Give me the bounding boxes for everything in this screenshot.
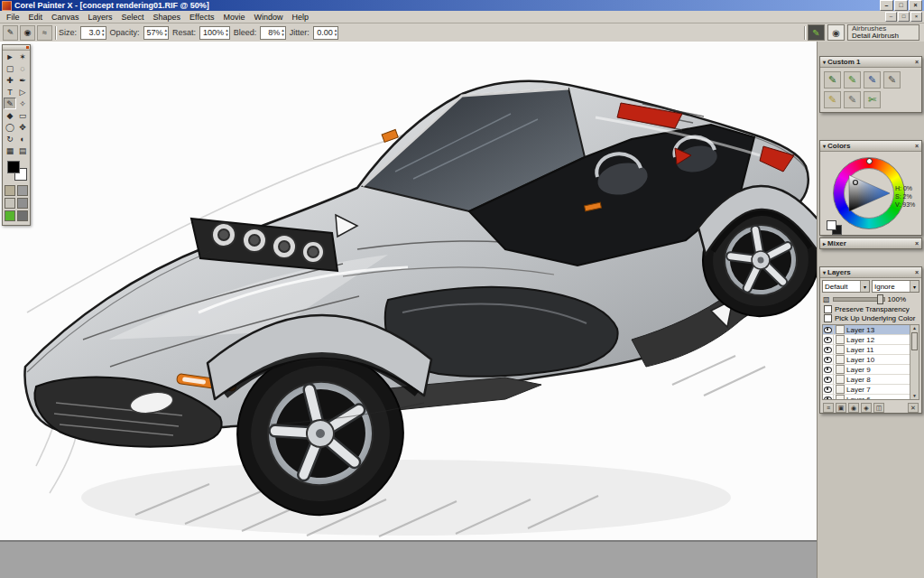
stroke-preview-icon[interactable]: ≈ xyxy=(37,25,52,41)
custom-brush-7[interactable]: ✄ xyxy=(864,91,881,108)
visibility-toggle[interactable] xyxy=(823,325,834,334)
layer-commands-icon[interactable]: ≡ xyxy=(823,403,834,413)
menu-movie[interactable]: Movie xyxy=(218,13,249,22)
layer-row[interactable]: Layer 12 xyxy=(823,335,919,345)
gradient-selector[interactable] xyxy=(17,185,28,196)
layer-row[interactable]: Layer 9 xyxy=(823,365,919,375)
custom-brush-1[interactable]: ✎ xyxy=(824,71,841,89)
eraser-tool[interactable]: ▭ xyxy=(16,109,29,121)
mirror-tool[interactable]: ◐ xyxy=(16,133,29,144)
main-color-swatch[interactable] xyxy=(7,161,20,173)
brush-tool[interactable]: ✎ xyxy=(4,98,16,109)
look-selector[interactable] xyxy=(17,210,28,221)
minimize-button[interactable]: – xyxy=(880,0,893,11)
layer-row[interactable]: Layer 10 xyxy=(823,355,919,365)
dropper-tool[interactable]: ✧ xyxy=(16,98,29,109)
visibility-toggle[interactable] xyxy=(823,395,834,400)
grabber-tool[interactable]: ✥ xyxy=(16,121,29,133)
scroll-up-icon[interactable]: ▲ xyxy=(912,325,917,331)
brush-dab-icon[interactable]: ◉ xyxy=(827,24,845,41)
custom-brush-3[interactable]: ✎ xyxy=(864,71,881,89)
spinner-arrows[interactable]: ▴▾ xyxy=(335,28,337,37)
rect-select-tool[interactable]: ▢ xyxy=(4,62,16,74)
doc-minimize-button[interactable]: – xyxy=(885,12,897,22)
layer-row[interactable]: Layer 13 xyxy=(823,325,919,335)
pen-tool[interactable]: ✒ xyxy=(16,74,29,86)
menu-file[interactable]: File xyxy=(2,13,24,22)
custom-brush-6[interactable]: ✎ xyxy=(844,91,861,108)
delete-layer-icon[interactable]: ✕ xyxy=(908,403,919,413)
shape-select-tool[interactable]: ▷ xyxy=(16,86,29,98)
spinner-arrows[interactable]: ▴▾ xyxy=(102,28,105,37)
composite-method-select[interactable]: Default ▾ xyxy=(822,280,870,293)
collapse-icon[interactable]: ▾ xyxy=(823,143,826,149)
close-icon[interactable]: × xyxy=(915,59,919,65)
magnifier-tool[interactable]: ◯ xyxy=(4,121,16,133)
hue-marker[interactable] xyxy=(866,158,873,164)
visibility-toggle[interactable] xyxy=(823,345,834,354)
scrollbar-thumb[interactable] xyxy=(911,332,918,350)
brush-selector[interactable]: Airbrushes Detail Airbrush xyxy=(847,24,919,41)
spinner-arrows[interactable]: ▴▾ xyxy=(165,28,168,37)
visibility-toggle[interactable] xyxy=(823,385,834,394)
jitter-input[interactable]: 0.00▴▾ xyxy=(313,26,339,40)
visibility-toggle[interactable] xyxy=(823,355,834,364)
dab-preview-icon[interactable]: ◉ xyxy=(20,25,35,41)
opacity-slider[interactable] xyxy=(833,297,885,302)
spin-down-icon[interactable]: ▾ xyxy=(282,33,284,37)
menu-shapes[interactable]: Shapes xyxy=(149,13,186,22)
doc-close-button[interactable]: × xyxy=(910,12,922,22)
menu-window[interactable]: Window xyxy=(249,13,287,22)
paint-bucket-tool[interactable]: ◆ xyxy=(4,109,16,121)
maximize-button[interactable]: □ xyxy=(894,0,908,11)
bleed-input[interactable]: 8%▴▾ xyxy=(260,26,286,40)
new-liquid-ink-layer-icon[interactable]: ◈ xyxy=(861,403,872,413)
opacity-slider-thumb[interactable] xyxy=(877,294,883,304)
visibility-toggle[interactable] xyxy=(823,335,834,344)
main-color-swatch[interactable] xyxy=(827,220,836,230)
spin-down-icon[interactable]: ▾ xyxy=(226,33,228,37)
spin-down-icon[interactable]: ▾ xyxy=(335,33,337,37)
crop-tool[interactable]: ✚ xyxy=(4,74,16,86)
perspective-grid-tool[interactable]: ▦ xyxy=(4,144,16,156)
lasso-tool[interactable]: ◌ xyxy=(16,62,29,74)
colors-panel-header[interactable]: ▾ Colors × xyxy=(820,141,921,152)
layers-scrollbar[interactable]: ▲ ▼ xyxy=(910,325,919,399)
menu-edit[interactable]: Edit xyxy=(24,13,48,22)
menu-select[interactable]: Select xyxy=(117,13,149,22)
layer-adjuster-tool[interactable]: ► xyxy=(4,51,16,62)
sv-triangle[interactable] xyxy=(843,167,895,219)
canvas[interactable] xyxy=(0,42,817,578)
magic-wand-tool[interactable]: ✶ xyxy=(16,51,29,62)
layer-row[interactable]: Layer 6 xyxy=(823,395,919,400)
custom-palette-header[interactable]: ▾ Custom 1 × xyxy=(820,57,921,68)
scroll-down-icon[interactable]: ▼ xyxy=(912,393,917,399)
weave-selector[interactable] xyxy=(17,198,28,209)
close-button[interactable]: × xyxy=(909,0,922,11)
layer-row[interactable]: Layer 7 xyxy=(823,385,919,395)
visibility-toggle[interactable] xyxy=(823,365,834,374)
toolbox-header[interactable] xyxy=(3,45,30,51)
visibility-toggle[interactable] xyxy=(823,375,834,384)
spinner-arrows[interactable]: ▴▾ xyxy=(282,28,284,37)
close-icon[interactable]: × xyxy=(915,269,919,275)
size-input[interactable]: 3.0▴▾ xyxy=(80,26,106,40)
doc-restore-button[interactable]: □ xyxy=(898,12,910,22)
preserve-transparency-checkbox[interactable] xyxy=(824,305,832,313)
spin-down-icon[interactable]: ▾ xyxy=(165,33,168,37)
new-layer-icon[interactable]: ▣ xyxy=(836,403,846,413)
layer-row[interactable]: Layer 11 xyxy=(823,345,919,355)
menu-effects[interactable]: Effects xyxy=(185,13,218,22)
resat-input[interactable]: 100%▴▾ xyxy=(199,26,230,40)
spinner-arrows[interactable]: ▴▾ xyxy=(226,28,228,37)
active-brush-tool-icon[interactable]: ✎ xyxy=(3,25,18,41)
menu-canvas[interactable]: Canvas xyxy=(47,13,84,22)
menu-layers[interactable]: Layers xyxy=(84,13,117,22)
composite-depth-select[interactable]: Ignore ▾ xyxy=(872,280,919,293)
layer-mask-icon[interactable]: ◫ xyxy=(873,403,884,413)
nozzle-selector[interactable] xyxy=(5,210,15,221)
mixer-panel-header[interactable]: ▸ Mixer × xyxy=(820,238,921,248)
text-tool[interactable]: T xyxy=(4,86,16,98)
opacity-input[interactable]: 57%▴▾ xyxy=(143,26,170,40)
layer-row[interactable]: Layer 8 xyxy=(823,375,919,385)
